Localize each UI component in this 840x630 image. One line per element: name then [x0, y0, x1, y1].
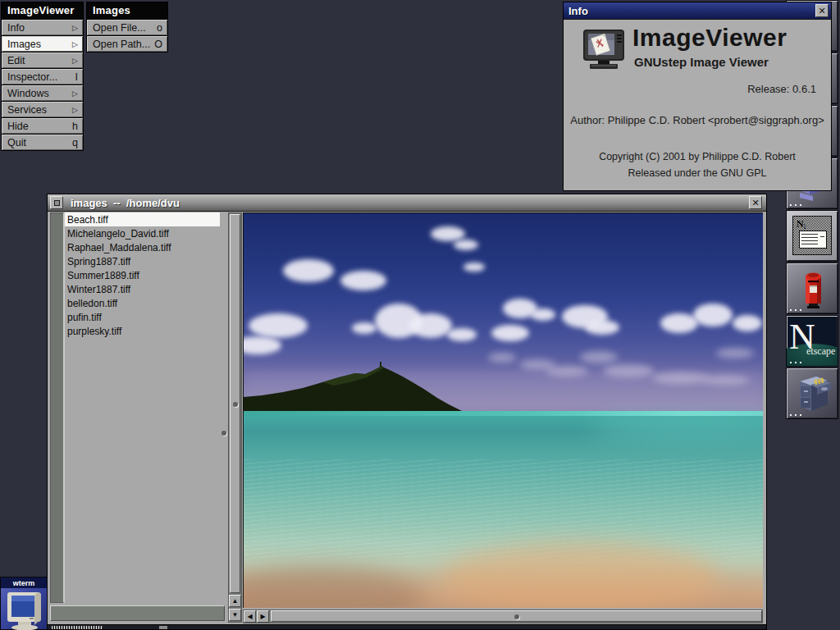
- menu-item-edit[interactable]: Edit ▷: [2, 52, 83, 68]
- knob-dimple: [233, 402, 238, 407]
- menu-item-open-path[interactable]: Open Path... O: [87, 36, 167, 52]
- images-submenu-title[interactable]: Images: [87, 2, 167, 19]
- close-button[interactable]: ✕: [815, 4, 829, 17]
- scroll-right-button[interactable]: ▶: [257, 610, 269, 623]
- viewer-window-titlebar[interactable]: images -- /home/dvu ✕: [48, 194, 766, 212]
- close-button[interactable]: ✕: [749, 196, 762, 209]
- file-row[interactable]: Spring1887.tiff: [65, 254, 220, 268]
- menu-item-windows[interactable]: Windows ▷: [2, 85, 83, 101]
- release-text: Release: 0.6.1: [747, 83, 816, 95]
- submenu-arrow-icon: ▷: [72, 23, 78, 31]
- submenu-arrow-icon: ▷: [72, 39, 78, 48]
- wterm-label: wterm: [13, 579, 35, 587]
- file-row[interactable]: Summer1889.tiff: [65, 268, 220, 282]
- running-dots: [790, 204, 803, 206]
- list-horizontal-scrollbar[interactable]: [50, 605, 225, 621]
- running-dots: [790, 362, 803, 363]
- file-row[interactable]: pufin.tiff: [65, 310, 220, 324]
- running-dots: [790, 309, 803, 311]
- submenu-arrow-icon: ▷: [72, 89, 78, 97]
- divider-grip-dot: [221, 431, 226, 436]
- wterm-tile[interactable]: wterm: [0, 577, 48, 630]
- resize-bar[interactable]: [47, 624, 767, 630]
- app-name: ImageViewer: [632, 24, 787, 52]
- file-row-selected[interactable]: Beach.tiff: [65, 212, 220, 226]
- menu-item-hide[interactable]: Hide h: [2, 118, 83, 134]
- resize-grip-texture: [52, 626, 103, 629]
- main-menu-title[interactable]: ImageViewer: [2, 2, 83, 19]
- running-dots: [790, 414, 803, 416]
- file-row[interactable]: Michelangelo_David.tiff: [65, 226, 220, 240]
- resize-grip-notch: [159, 626, 167, 629]
- dock-tile-cabinet[interactable]: [786, 368, 838, 419]
- images-submenu: Images Open File... o Open Path... O: [86, 2, 168, 52]
- image-view: [243, 212, 763, 608]
- image-horizontal-scrollbar[interactable]: ◀ ▶: [243, 609, 763, 623]
- scroll-left-button[interactable]: ◀: [244, 610, 256, 623]
- image-vertical-scrollbar[interactable]: ▲ ▼: [228, 212, 242, 623]
- miniaturize-icon: [54, 200, 60, 206]
- app-subtitle: GNUstep Image Viewer: [634, 55, 769, 69]
- file-row[interactable]: Winter1887.tiff: [65, 282, 220, 296]
- info-window-title: Info: [564, 5, 813, 17]
- file-row[interactable]: belledon.tiff: [65, 296, 220, 310]
- info-window: Info ✕ ImageViewer GNUstep Image Viewer …: [563, 2, 832, 191]
- scroll-down-button[interactable]: ▼: [229, 609, 241, 621]
- dock-tile-postbox[interactable]: [786, 262, 838, 314]
- main-menu: ImageViewer Info ▷ Images ▷ Edit ▷ Inspe…: [1, 2, 84, 151]
- submenu-arrow-icon: ▷: [72, 105, 78, 113]
- miniaturize-button[interactable]: [50, 196, 63, 209]
- split-divider[interactable]: [220, 212, 228, 624]
- file-row[interactable]: purplesky.tiff: [65, 324, 220, 338]
- menu-item-info[interactable]: Info ▷: [2, 20, 83, 35]
- file-list: Beach.tiff Michelangelo_David.tiff Rapha…: [64, 212, 220, 603]
- viewer-window-title: images -- /home/dvu: [66, 197, 746, 209]
- menu-item-images[interactable]: Images ▷: [2, 36, 83, 52]
- scroll-up-button[interactable]: ▲: [229, 595, 241, 607]
- menu-item-services[interactable]: Services ▷: [2, 102, 83, 117]
- author-text: Author: Philippe C.D. Robert <probert@si…: [564, 114, 831, 126]
- file-row[interactable]: Raphael_Maddalena.tiff: [65, 240, 220, 254]
- info-window-titlebar[interactable]: Info ✕: [564, 2, 831, 20]
- menu-item-quit[interactable]: Quit q: [2, 135, 83, 150]
- vertical-scroll-knob[interactable]: [230, 214, 240, 593]
- knob-dimple: [514, 614, 519, 619]
- license-text: Released under the GNU GPL: [564, 167, 831, 179]
- submenu-arrow-icon: ▷: [72, 56, 78, 64]
- menu-item-inspector[interactable]: Inspector... I: [2, 69, 83, 84]
- horizontal-scroll-knob[interactable]: [271, 610, 762, 622]
- dock-tile-netscape[interactable]: N etscape: [786, 315, 838, 367]
- menu-item-open-file[interactable]: Open File... o: [87, 20, 167, 35]
- dock-tile-mail[interactable]: N¡: [786, 210, 838, 262]
- viewer-window: images -- /home/dvu ✕ Beach.tiff Michela…: [47, 194, 767, 629]
- copyright-text: Copyright (C) 2001 by Philippe C.D. Robe…: [564, 151, 831, 162]
- list-vertical-scrollbar[interactable]: [50, 212, 64, 603]
